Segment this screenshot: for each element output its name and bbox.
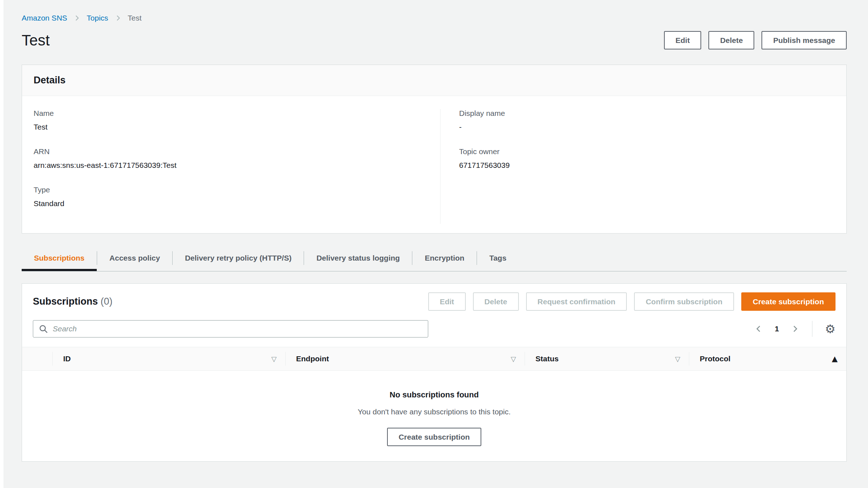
delete-topic-button[interactable]: Delete xyxy=(708,31,754,49)
column-label: Endpoint xyxy=(296,354,329,363)
column-header-status[interactable]: Status ▽ xyxy=(525,347,689,370)
sort-icon-unsorted[interactable]: ▽ xyxy=(511,355,516,363)
field-value: - xyxy=(459,123,847,131)
details-right-column: Display name - Topic owner 671717563039 xyxy=(440,109,847,224)
create-subscription-button[interactable]: Create subscription xyxy=(741,292,836,311)
search-icon xyxy=(39,324,48,334)
select-all-column xyxy=(22,347,52,370)
create-subscription-empty-button[interactable]: Create subscription xyxy=(387,428,481,446)
subscriptions-table-header: ID ▽ Endpoint ▽ Status ▽ Protocol ▲ xyxy=(22,347,846,371)
empty-state: No subscriptions found You don't have an… xyxy=(22,371,846,461)
subscriptions-heading-label: Subscriptions xyxy=(33,296,98,307)
column-label: Protocol xyxy=(700,354,730,363)
page-title: Test xyxy=(22,32,50,49)
tab-delivery-status-logging[interactable]: Delivery status logging xyxy=(304,245,412,271)
empty-state-message: You don't have any subscriptions to this… xyxy=(22,408,846,416)
field-label: Display name xyxy=(459,109,847,118)
field-label: ARN xyxy=(34,147,440,156)
edit-topic-button[interactable]: Edit xyxy=(664,31,702,49)
publish-message-button[interactable]: Publish message xyxy=(761,31,847,49)
field-type: Type Standard xyxy=(34,186,440,208)
sort-icon-unsorted[interactable]: ▽ xyxy=(675,355,680,363)
subscriptions-heading: Subscriptions (0) xyxy=(33,296,113,307)
breadcrumb-topics[interactable]: Topics xyxy=(87,14,108,22)
field-label: Topic owner xyxy=(459,147,847,156)
breadcrumb-amazon-sns[interactable]: Amazon SNS xyxy=(22,14,67,22)
current-page-number[interactable]: 1 xyxy=(772,324,782,333)
delete-subscription-button[interactable]: Delete xyxy=(473,292,519,311)
page-actions: Edit Delete Publish message xyxy=(664,31,847,49)
subscriptions-actions: Edit Delete Request confirmation Confirm… xyxy=(428,292,836,311)
field-display-name: Display name - xyxy=(459,109,847,131)
previous-page-icon[interactable] xyxy=(754,324,763,334)
field-name: Name Test xyxy=(34,109,440,131)
edit-subscription-button[interactable]: Edit xyxy=(428,292,466,311)
field-arn: ARN arn:aws:sns:us-east-1:671717563039:T… xyxy=(34,147,440,170)
gear-icon[interactable]: ⚙ xyxy=(825,323,836,335)
tab-delivery-retry-policy[interactable]: Delivery retry policy (HTTP/S) xyxy=(173,245,304,271)
confirm-subscription-button[interactable]: Confirm subscription xyxy=(634,292,734,311)
topic-tabs: Subscriptions Access policy Delivery ret… xyxy=(22,245,847,271)
subscriptions-count: (0) xyxy=(101,296,113,307)
chevron-right-icon xyxy=(73,14,81,22)
details-left-column: Name Test ARN arn:aws:sns:us-east-1:6717… xyxy=(34,109,440,224)
main-content: Amazon SNS Topics Test Test Edit Delete … xyxy=(0,0,868,462)
chevron-right-icon xyxy=(114,14,122,22)
request-confirmation-button[interactable]: Request confirmation xyxy=(526,292,627,311)
column-label: ID xyxy=(63,354,71,363)
subscriptions-search[interactable] xyxy=(33,320,428,337)
tab-encryption[interactable]: Encryption xyxy=(412,245,477,271)
subscriptions-panel: Subscriptions (0) Edit Delete Request co… xyxy=(22,283,847,462)
details-card: Details Name Test ARN arn:aws:sns:us-eas… xyxy=(22,65,847,234)
breadcrumb-current-topic: Test xyxy=(128,14,142,22)
search-input[interactable] xyxy=(53,324,422,333)
field-label: Name xyxy=(34,109,440,118)
sort-icon-ascending[interactable]: ▲ xyxy=(832,354,838,363)
column-header-id[interactable]: ID ▽ xyxy=(52,347,285,370)
details-card-header: Details xyxy=(22,65,846,96)
field-value: Standard xyxy=(34,199,440,208)
tab-subscriptions[interactable]: Subscriptions xyxy=(22,245,97,271)
column-header-protocol[interactable]: Protocol ▲ xyxy=(689,347,846,370)
field-value: arn:aws:sns:us-east-1:671717563039:Test xyxy=(34,161,440,170)
next-page-icon[interactable] xyxy=(790,324,800,334)
field-value: 671717563039 xyxy=(459,161,847,170)
field-value: Test xyxy=(34,123,440,131)
column-label: Status xyxy=(535,354,559,363)
field-topic-owner: Topic owner 671717563039 xyxy=(459,147,847,170)
breadcrumb: Amazon SNS Topics Test xyxy=(22,0,847,22)
column-header-endpoint[interactable]: Endpoint ▽ xyxy=(285,347,525,370)
sort-icon-unsorted[interactable]: ▽ xyxy=(271,355,277,363)
tab-tags[interactable]: Tags xyxy=(477,245,518,271)
collapsed-side-nav-rail xyxy=(0,0,4,488)
field-label: Type xyxy=(34,186,440,194)
details-heading: Details xyxy=(34,75,835,86)
pagination: 1 ⚙ xyxy=(754,321,836,337)
empty-state-title: No subscriptions found xyxy=(22,390,846,400)
pagination-divider xyxy=(812,321,812,337)
tab-access-policy[interactable]: Access policy xyxy=(97,245,172,271)
